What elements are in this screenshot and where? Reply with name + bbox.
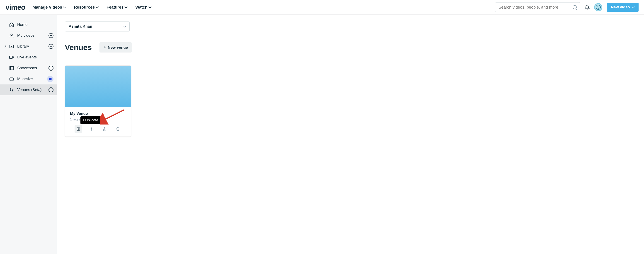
add-icon[interactable]: + (48, 33, 54, 38)
svg-point-10 (12, 89, 13, 91)
library-icon (9, 44, 14, 49)
new-venue-label: New venue (108, 45, 128, 50)
chevron-down-icon (148, 5, 152, 8)
nav-manage-videos[interactable]: Manage Videos (32, 5, 66, 10)
venue-title: My Venue (70, 111, 126, 116)
chevron-down-icon (63, 5, 66, 8)
svg-point-3 (11, 34, 12, 35)
sidebar: Home My videos + Library + Live events S… (0, 15, 57, 254)
new-video-button[interactable]: New video (607, 3, 638, 12)
notification-dot-icon (47, 76, 54, 82)
duplicate-icon (76, 127, 81, 131)
plus-icon: + (104, 45, 106, 50)
chevron-down-icon (123, 25, 126, 28)
sidebar-item-venues[interactable]: Venues (Beta) + (0, 84, 57, 95)
svg-point-1 (597, 6, 598, 7)
sidebar-item-showcases[interactable]: Showcases + (0, 63, 57, 74)
user-selector-label: Asmita Khan (69, 24, 124, 29)
sidebar-item-label: Monetize (17, 77, 47, 81)
sidebar-item-live-events[interactable]: Live events (0, 52, 57, 63)
duplicate-button[interactable] (74, 125, 82, 133)
new-video-label: New video (611, 5, 630, 9)
home-icon (9, 22, 14, 27)
svg-point-9 (10, 88, 11, 90)
sidebar-item-label: Library (17, 44, 48, 49)
sidebar-item-monetize[interactable]: Monetize (0, 74, 57, 84)
user-selector[interactable]: Asmita Khan (65, 21, 130, 31)
main-nav: Manage Videos Resources Features Watch (32, 5, 151, 10)
sidebar-item-label: Live events (17, 55, 54, 59)
svg-point-12 (91, 129, 92, 130)
new-venue-button[interactable]: + New venue (100, 42, 132, 52)
venue-card: My Venue 1 regist Dup (65, 65, 131, 137)
chevron-down-icon (632, 5, 635, 8)
divider (57, 60, 644, 60)
eye-icon (89, 127, 94, 131)
avatar-face-icon (596, 4, 601, 10)
svg-rect-8 (10, 78, 14, 80)
chevron-down-icon (96, 5, 99, 8)
nav-watch[interactable]: Watch (135, 5, 151, 10)
sidebar-item-label: Venues (Beta) (17, 88, 48, 92)
nav-label: Features (106, 5, 124, 10)
add-icon[interactable]: + (48, 66, 54, 71)
sidebar-item-label: Showcases (17, 66, 48, 70)
search-input[interactable] (495, 2, 580, 12)
sidebar-item-label: My videos (17, 33, 48, 38)
nav-resources[interactable]: Resources (74, 5, 98, 10)
search-field[interactable] (498, 5, 572, 10)
share-button[interactable] (101, 125, 108, 133)
add-icon[interactable]: + (48, 87, 54, 92)
delete-button[interactable] (114, 125, 122, 133)
venue-thumbnail[interactable] (65, 66, 131, 107)
notifications-icon[interactable] (585, 5, 590, 10)
top-nav: vimeo Manage Videos Resources Features W… (0, 0, 644, 15)
add-icon[interactable]: + (48, 44, 54, 49)
svg-rect-5 (10, 56, 12, 59)
chevron-right-icon (4, 45, 6, 47)
showcases-icon (9, 66, 14, 71)
avatar[interactable] (594, 3, 602, 11)
svg-rect-7 (11, 66, 13, 70)
preview-button[interactable] (88, 125, 96, 133)
search-icon (572, 5, 577, 9)
tooltip: Duplicate (80, 116, 101, 124)
trash-icon (116, 127, 120, 131)
nav-label: Watch (135, 5, 147, 10)
logo[interactable]: vimeo (6, 3, 25, 11)
svg-point-2 (599, 6, 599, 7)
venue-actions (70, 125, 126, 133)
page-heading-row: Venues + New venue (65, 42, 636, 52)
sidebar-item-home[interactable]: Home (0, 19, 57, 30)
sidebar-item-library[interactable]: Library + (0, 41, 57, 52)
monetize-icon (9, 76, 14, 81)
nav-features[interactable]: Features (106, 5, 127, 10)
page-title: Venues (65, 43, 92, 52)
main-content: Asmita Khan Venues + New venue My Venue … (57, 15, 644, 254)
share-icon (102, 127, 107, 131)
svg-rect-6 (10, 66, 11, 70)
sidebar-item-my-videos[interactable]: My videos + (0, 30, 57, 41)
svg-point-0 (596, 5, 600, 9)
live-icon (9, 55, 14, 60)
chevron-down-icon (124, 5, 128, 8)
venues-icon (9, 87, 14, 92)
sidebar-item-label: Home (17, 22, 54, 27)
nav-label: Resources (74, 5, 95, 10)
nav-label: Manage Videos (32, 5, 62, 10)
user-icon (9, 33, 14, 38)
